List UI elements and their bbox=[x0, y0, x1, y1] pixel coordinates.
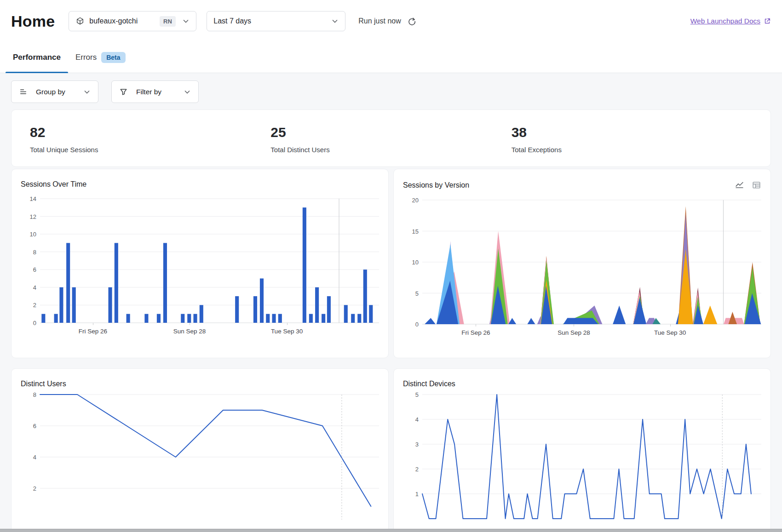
y-tick-label: 0 bbox=[415, 321, 419, 328]
filter-by-dropdown[interactable]: Filter by bbox=[111, 80, 199, 103]
bar-plot-area bbox=[40, 199, 379, 323]
run-status-text: Run just now bbox=[358, 17, 401, 25]
group-by-dropdown[interactable]: Group by bbox=[11, 80, 98, 103]
stat-value: 38 bbox=[512, 125, 752, 140]
y-tick-label: 1 bbox=[415, 491, 419, 498]
y-tick-label: 10 bbox=[412, 259, 419, 266]
stat-total-exceptions: 38 Total Exceptions bbox=[512, 125, 752, 154]
y-tick-label: 8 bbox=[33, 391, 36, 398]
y-tick-label: 4 bbox=[415, 416, 419, 423]
chevron-down-icon bbox=[83, 88, 91, 96]
x-tick-mark bbox=[93, 323, 93, 325]
stat-value: 82 bbox=[30, 125, 270, 140]
y-axis-labels: 2468 bbox=[21, 395, 36, 520]
run-status: Run just now bbox=[358, 17, 416, 26]
line-plot-area bbox=[422, 395, 761, 519]
chart-title: Sessions by Version bbox=[403, 181, 469, 189]
stat-label: Total Exceptions bbox=[512, 146, 752, 154]
chart-title: Distinct Devices bbox=[403, 380, 455, 388]
page-title: Home bbox=[11, 12, 55, 30]
x-axis-labels: Fri Sep 26Sun Sep 28Tue Sep 30 bbox=[422, 326, 761, 339]
chevron-down-icon bbox=[331, 17, 339, 25]
tab-performance[interactable]: Performance bbox=[6, 42, 68, 73]
x-tick-label: Fri Sep 26 bbox=[79, 328, 107, 335]
table-view-icon[interactable] bbox=[752, 180, 761, 190]
date-range-selector[interactable]: Last 7 days bbox=[207, 11, 345, 31]
x-tick-mark bbox=[670, 324, 671, 326]
y-tick-label: 3 bbox=[415, 441, 419, 448]
y-tick-label: 0 bbox=[33, 320, 36, 326]
beta-badge: Beta bbox=[101, 52, 125, 63]
y-tick-label: 8 bbox=[33, 248, 36, 255]
sessions-over-time-chart: Sessions Over Time 02468101214 Fri Sep 2… bbox=[11, 169, 389, 358]
x-tick-mark bbox=[190, 323, 190, 325]
x-tick-label: Tue Sep 30 bbox=[271, 328, 303, 335]
y-tick-label: 2 bbox=[415, 466, 419, 473]
x-tick-mark bbox=[574, 324, 574, 326]
chart-title: Distinct Users bbox=[21, 380, 66, 388]
project-selector[interactable]: bufeaux-gotchi RN bbox=[69, 11, 196, 31]
date-range-value: Last 7 days bbox=[213, 17, 251, 25]
y-tick-label: 10 bbox=[30, 231, 36, 238]
summary-stats-card: 82 Total Unique Sessions 25 Total Distin… bbox=[11, 109, 771, 167]
y-tick-label: 15 bbox=[412, 228, 419, 235]
line-plot-area bbox=[40, 395, 379, 520]
y-tick-label: 12 bbox=[30, 213, 36, 220]
group-by-icon bbox=[19, 87, 28, 96]
tab-bar: Performance Errors Beta bbox=[6, 42, 771, 73]
y-tick-label: 6 bbox=[33, 423, 36, 429]
y-tick-label: 14 bbox=[30, 195, 36, 202]
y-tick-label: 20 bbox=[412, 197, 419, 204]
stat-total-distinct-users: 25 Total Distinct Users bbox=[270, 125, 511, 154]
chart-title: Sessions Over Time bbox=[21, 180, 86, 189]
y-tick-label: 4 bbox=[33, 284, 36, 291]
sessions-by-version-chart: Sessions by Version 05101520 bbox=[393, 169, 771, 358]
charts-grid: Sessions Over Time 02468101214 Fri Sep 2… bbox=[11, 169, 771, 532]
y-tick-label: 6 bbox=[33, 266, 36, 273]
filter-row: Group by Filter by bbox=[11, 80, 771, 103]
distinct-devices-chart: Distinct Devices 12345 bbox=[393, 368, 771, 532]
project-name: bufeaux-gotchi bbox=[89, 17, 138, 25]
x-axis-labels: Fri Sep 26Sun Sep 28Tue Sep 30 bbox=[40, 324, 379, 338]
y-tick-label: 2 bbox=[33, 485, 36, 492]
y-axis-labels: 05101520 bbox=[403, 200, 419, 324]
y-axis-labels: 02468101214 bbox=[21, 199, 36, 323]
external-link-icon bbox=[764, 17, 771, 25]
stat-total-unique-sessions: 82 Total Unique Sessions bbox=[30, 125, 270, 154]
y-tick-label: 5 bbox=[415, 290, 419, 297]
y-tick-label: 2 bbox=[33, 302, 36, 309]
refresh-icon[interactable] bbox=[408, 17, 416, 26]
y-axis-labels: 12345 bbox=[403, 395, 419, 519]
page-header: Home bufeaux-gotchi RN Last 7 days Run j… bbox=[0, 0, 782, 73]
docs-link-label: Web Launchpad Docs bbox=[690, 17, 760, 25]
package-icon bbox=[75, 17, 85, 26]
filter-by-label: Filter by bbox=[136, 88, 161, 96]
chevron-down-icon bbox=[184, 88, 191, 96]
x-tick-label: Tue Sep 30 bbox=[654, 329, 686, 336]
docs-link[interactable]: Web Launchpad Docs bbox=[690, 17, 771, 25]
platform-badge: RN bbox=[160, 16, 176, 27]
chevron-down-icon bbox=[182, 17, 190, 25]
stat-label: Total Distinct Users bbox=[270, 146, 511, 154]
filter-funnel-icon bbox=[119, 87, 128, 96]
stat-value: 25 bbox=[270, 125, 511, 140]
x-tick-mark bbox=[476, 324, 476, 326]
x-tick-label: Sun Sep 28 bbox=[173, 328, 206, 335]
x-tick-label: Fri Sep 26 bbox=[461, 329, 490, 336]
y-tick-label: 4 bbox=[33, 454, 36, 461]
y-tick-label: 5 bbox=[415, 391, 419, 398]
distinct-users-chart: Distinct Users 2468 bbox=[11, 368, 389, 532]
x-tick-mark bbox=[287, 323, 288, 325]
stat-label: Total Unique Sessions bbox=[30, 146, 270, 154]
x-tick-label: Sun Sep 28 bbox=[558, 329, 590, 336]
group-by-label: Group by bbox=[36, 88, 65, 96]
line-chart-view-icon[interactable] bbox=[735, 180, 744, 190]
window-edge-bar bbox=[0, 529, 782, 532]
tab-errors[interactable]: Errors Beta bbox=[68, 42, 133, 73]
area-plot-area bbox=[422, 200, 761, 324]
